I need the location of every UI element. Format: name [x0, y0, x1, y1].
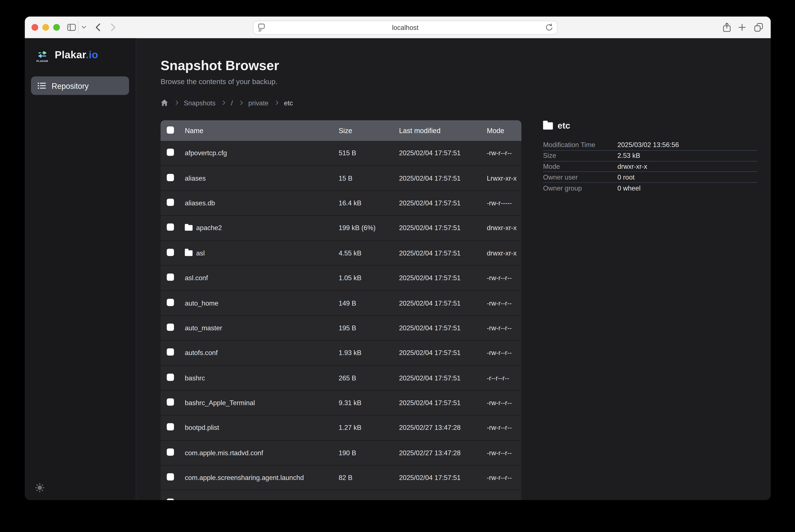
table-row[interactable]: afpovertcp.cfg515 B2025/02/04 17:57:51-r… [160, 141, 522, 166]
file-name[interactable]: auto_home [185, 299, 339, 307]
maximize-button[interactable] [53, 24, 60, 31]
table-row[interactable]: com.apple.screensharing.agent.launchd82 … [160, 466, 522, 491]
file-name[interactable]: asl.conf [185, 274, 339, 282]
reload-icon[interactable] [546, 23, 553, 31]
details-title: etc [543, 121, 757, 131]
file-name[interactable]: afpovertcp.cfg [185, 149, 339, 157]
column-header-modified[interactable]: Last modified [399, 127, 487, 134]
sun-icon [35, 483, 44, 492]
row-checkbox[interactable] [167, 299, 174, 306]
traffic-lights [32, 24, 60, 31]
folder-icon [543, 122, 553, 130]
row-checkbox[interactable] [167, 348, 174, 356]
page-reader-icon[interactable] [258, 23, 265, 32]
file-size: 265 B [339, 374, 399, 382]
tab-group-chevron-down-icon[interactable] [81, 26, 86, 29]
table-row[interactable]: aliases.db16.4 kB2025/02/04 17:57:51-rw-… [160, 191, 522, 216]
breadcrumb-item[interactable]: private [248, 99, 269, 107]
file-size: 149 B [339, 299, 399, 307]
file-name[interactable]: bashrc_Apple_Terminal [185, 399, 339, 406]
sidebar-item-repository[interactable]: Repository [31, 76, 129, 95]
row-checkbox[interactable] [167, 473, 174, 481]
row-checkbox[interactable] [167, 273, 174, 281]
row-checkbox[interactable] [167, 199, 174, 206]
row-checkbox[interactable] [167, 249, 174, 256]
new-tab-icon[interactable] [738, 23, 746, 31]
table-row[interactable]: apache2199 kB (6%)2025/02/04 17:57:51drw… [160, 216, 522, 241]
tab-overview-icon[interactable] [754, 23, 763, 32]
file-modified: 2025/02/04 17:57:51 [399, 274, 487, 282]
detail-label: Modification Time [543, 141, 618, 149]
row-checkbox[interactable] [167, 149, 174, 156]
file-mode: -rw-r--r-- [487, 399, 522, 406]
detail-label: Owner group [543, 184, 618, 192]
chevron-right-icon [238, 100, 243, 105]
file-modified: 2025/02/04 17:57:51 [399, 249, 487, 257]
breadcrumb-item[interactable]: / [231, 99, 233, 107]
file-name[interactable]: auto_master [185, 324, 339, 332]
file-name[interactable]: com.apple.mis.rtadvd.conf [185, 449, 339, 457]
toolbar-divider [78, 21, 78, 34]
table-row[interactable]: auto_home149 B2025/02/04 17:57:51-rw-r--… [160, 291, 522, 316]
row-checkbox[interactable] [167, 324, 174, 331]
column-header-mode[interactable]: Mode [487, 127, 522, 134]
table-row[interactable]: asl.conf1.05 kB2025/02/04 17:57:51-rw-r-… [160, 266, 522, 291]
table-row[interactable]: com.apple.mis.rtadvd.conf190 B2025/02/27… [160, 441, 522, 466]
row-checkbox[interactable] [167, 423, 174, 431]
table-row[interactable]: bashrc265 B2025/02/04 17:57:51-r--r--r-- [160, 365, 522, 391]
file-modified: 2025/02/27 13:47:28 [399, 424, 487, 432]
file-name[interactable]: autofs.conf [185, 349, 339, 357]
table-row[interactable]: bashrc_Apple_Terminal9.31 kB2025/02/04 1… [160, 391, 522, 416]
row-checkbox[interactable] [167, 174, 174, 181]
detail-label: Owner user [543, 173, 618, 181]
plakar-logo[interactable]: PLAKAR Plakar.io [34, 48, 98, 62]
brand-name: Plakar.io [55, 49, 98, 61]
folder-icon [185, 250, 192, 256]
back-icon[interactable] [95, 23, 100, 32]
file-name[interactable]: aliases [185, 174, 339, 182]
column-header-size[interactable]: Size [339, 127, 399, 134]
file-mode: -r--r--r-- [487, 374, 522, 382]
file-size: 515 B [339, 149, 399, 157]
table-row[interactable]: asl4.55 kB2025/02/04 17:57:51drwxr-xr-x [160, 241, 522, 266]
file-mode: -rw-r--r-- [487, 424, 522, 432]
column-header-name[interactable]: Name [185, 127, 339, 134]
select-all-checkbox[interactable] [167, 126, 174, 134]
file-name[interactable]: aliases.db [185, 199, 339, 207]
browser-body: Name Size Last modified Mode afpovertcp.… [160, 120, 771, 500]
file-name[interactable]: csh.cshrc [185, 499, 339, 500]
minimize-button[interactable] [42, 24, 49, 31]
sidebar-toggle-icon[interactable] [67, 23, 76, 31]
table-row[interactable]: bootpd.plist1.27 kB2025/02/27 13:47:28-r… [160, 416, 522, 441]
home-icon[interactable] [160, 99, 168, 107]
file-name[interactable]: bashrc [185, 374, 339, 382]
file-name[interactable]: apache2 [185, 224, 339, 232]
row-checkbox[interactable] [167, 398, 174, 406]
address-bar[interactable]: localhost [253, 20, 557, 34]
row-checkbox[interactable] [167, 374, 174, 381]
table-row[interactable]: aliases15 B2025/02/04 17:57:51Lrwxr-xr-x [160, 166, 522, 191]
file-name[interactable]: com.apple.screensharing.agent.launchd [185, 474, 339, 482]
table-header: Name Size Last modified Mode [160, 120, 522, 141]
list-icon [38, 82, 46, 90]
url-text[interactable]: localhost [253, 23, 557, 31]
file-name[interactable]: asl [185, 249, 339, 257]
breadcrumb-item[interactable]: Snapshots [184, 99, 215, 107]
row-checkbox[interactable] [167, 448, 174, 456]
share-icon[interactable] [723, 22, 731, 32]
file-size: 190 B [339, 449, 399, 457]
file-mode: -rw-r--r-- [487, 349, 522, 357]
sidebar-item-label: Repository [52, 81, 89, 90]
row-checkbox[interactable] [167, 498, 174, 500]
detail-field: Modification Time2025/03/02 13:56:56 [543, 140, 757, 151]
file-name[interactable]: bootpd.plist [185, 424, 339, 432]
forward-icon[interactable] [111, 23, 116, 32]
breadcrumb-item[interactable]: etc [284, 99, 293, 107]
close-button[interactable] [32, 24, 38, 31]
table-row[interactable]: auto_master195 B2025/02/04 17:57:51-rw-r… [160, 316, 522, 341]
table-row[interactable]: csh.cshrc189 B2025/02/04 17:57:51-rw-r--… [160, 491, 522, 500]
row-checkbox[interactable] [167, 224, 174, 231]
main-area: Snapshot Browser Browse the contents of … [136, 38, 771, 500]
table-row[interactable]: autofs.conf1.93 kB2025/02/04 17:57:51-rw… [160, 341, 522, 365]
theme-toggle-button[interactable] [35, 483, 44, 492]
